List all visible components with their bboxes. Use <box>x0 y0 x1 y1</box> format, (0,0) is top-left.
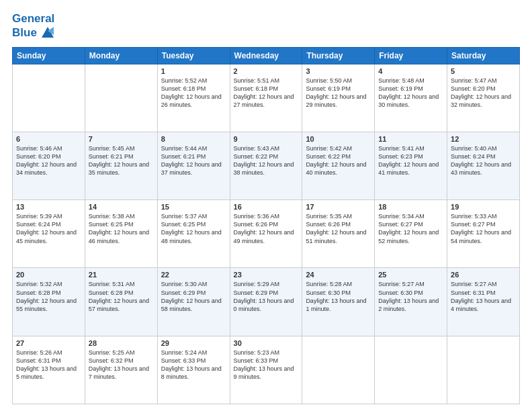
cell-info: Sunrise: 5:34 AM Sunset: 6:27 PM Dayligh… <box>378 212 443 245</box>
cell-info: Sunrise: 5:27 AM Sunset: 6:30 PM Dayligh… <box>378 280 443 313</box>
calendar-cell: 3Sunrise: 5:50 AM Sunset: 6:19 PM Daylig… <box>302 64 375 132</box>
calendar-cell: 8Sunrise: 5:44 AM Sunset: 6:21 PM Daylig… <box>157 132 230 199</box>
cell-info: Sunrise: 5:50 AM Sunset: 6:19 PM Dayligh… <box>306 77 371 109</box>
calendar-cell: 18Sunrise: 5:34 AM Sunset: 6:27 PM Dayli… <box>375 200 447 268</box>
calendar-cell: 4Sunrise: 5:48 AM Sunset: 6:19 PM Daylig… <box>375 64 447 132</box>
cell-info: Sunrise: 5:41 AM Sunset: 6:23 PM Dayligh… <box>378 144 443 177</box>
logo-icon <box>39 26 56 40</box>
calendar-cell <box>375 336 447 404</box>
day-number: 29 <box>161 339 226 347</box>
day-number: 21 <box>89 271 154 279</box>
cell-info: Sunrise: 5:37 AM Sunset: 6:25 PM Dayligh… <box>161 212 226 245</box>
calendar-table: Sunday Monday Tuesday Wednesday Thursday… <box>12 47 520 404</box>
day-number: 27 <box>16 339 81 347</box>
cell-info: Sunrise: 5:25 AM Sunset: 6:32 PM Dayligh… <box>89 349 154 381</box>
col-thursday: Thursday <box>302 47 375 64</box>
day-number: 24 <box>306 271 371 279</box>
day-number: 30 <box>234 339 299 347</box>
day-number: 14 <box>89 203 154 211</box>
calendar-cell: 23Sunrise: 5:29 AM Sunset: 6:29 PM Dayli… <box>230 268 302 336</box>
day-number: 11 <box>378 135 443 143</box>
header: General Blue <box>12 12 520 40</box>
logo-text-blue: Blue <box>12 26 37 40</box>
day-number: 19 <box>451 203 516 211</box>
col-friday: Friday <box>375 47 447 64</box>
day-number: 22 <box>161 271 226 279</box>
col-wednesday: Wednesday <box>230 47 302 64</box>
cell-info: Sunrise: 5:27 AM Sunset: 6:31 PM Dayligh… <box>451 280 516 313</box>
calendar-cell: 10Sunrise: 5:42 AM Sunset: 6:22 PM Dayli… <box>302 132 375 199</box>
day-number: 7 <box>89 135 154 143</box>
calendar-cell: 25Sunrise: 5:27 AM Sunset: 6:30 PM Dayli… <box>375 268 447 336</box>
calendar-cell <box>85 64 157 132</box>
cell-info: Sunrise: 5:38 AM Sunset: 6:25 PM Dayligh… <box>89 212 154 245</box>
calendar-cell <box>13 64 85 132</box>
cell-info: Sunrise: 5:52 AM Sunset: 6:18 PM Dayligh… <box>161 77 226 109</box>
page: General Blue Sunday Monday Tuesday <box>0 0 532 411</box>
cell-info: Sunrise: 5:23 AM Sunset: 6:33 PM Dayligh… <box>234 349 299 381</box>
col-monday: Monday <box>85 47 157 64</box>
calendar-week-4: 27Sunrise: 5:26 AM Sunset: 6:31 PM Dayli… <box>13 336 520 404</box>
day-number: 4 <box>378 67 443 75</box>
calendar-cell <box>447 336 520 404</box>
calendar-cell: 29Sunrise: 5:24 AM Sunset: 6:33 PM Dayli… <box>157 336 230 404</box>
col-sunday: Sunday <box>13 47 85 64</box>
day-number: 28 <box>89 339 154 347</box>
cell-info: Sunrise: 5:48 AM Sunset: 6:19 PM Dayligh… <box>378 77 443 109</box>
calendar-cell: 17Sunrise: 5:35 AM Sunset: 6:26 PM Dayli… <box>302 200 375 268</box>
day-number: 26 <box>451 271 516 279</box>
calendar-cell: 20Sunrise: 5:32 AM Sunset: 6:28 PM Dayli… <box>13 268 85 336</box>
cell-info: Sunrise: 5:35 AM Sunset: 6:26 PM Dayligh… <box>306 212 371 245</box>
day-number: 23 <box>234 271 299 279</box>
day-number: 16 <box>234 203 299 211</box>
day-number: 20 <box>16 271 81 279</box>
cell-info: Sunrise: 5:29 AM Sunset: 6:29 PM Dayligh… <box>234 280 299 313</box>
calendar-cell: 9Sunrise: 5:43 AM Sunset: 6:22 PM Daylig… <box>230 132 302 199</box>
cell-info: Sunrise: 5:45 AM Sunset: 6:21 PM Dayligh… <box>89 144 154 177</box>
cell-info: Sunrise: 5:44 AM Sunset: 6:21 PM Dayligh… <box>161 144 226 177</box>
calendar-cell: 7Sunrise: 5:45 AM Sunset: 6:21 PM Daylig… <box>85 132 157 199</box>
day-number: 15 <box>161 203 226 211</box>
cell-info: Sunrise: 5:28 AM Sunset: 6:30 PM Dayligh… <box>306 280 371 313</box>
cell-info: Sunrise: 5:31 AM Sunset: 6:28 PM Dayligh… <box>89 280 154 313</box>
day-number: 17 <box>306 203 371 211</box>
calendar-cell: 16Sunrise: 5:36 AM Sunset: 6:26 PM Dayli… <box>230 200 302 268</box>
calendar-cell: 28Sunrise: 5:25 AM Sunset: 6:32 PM Dayli… <box>85 336 157 404</box>
calendar-cell: 24Sunrise: 5:28 AM Sunset: 6:30 PM Dayli… <box>302 268 375 336</box>
calendar-cell: 12Sunrise: 5:40 AM Sunset: 6:24 PM Dayli… <box>447 132 520 199</box>
cell-info: Sunrise: 5:30 AM Sunset: 6:29 PM Dayligh… <box>161 280 226 313</box>
cell-info: Sunrise: 5:32 AM Sunset: 6:28 PM Dayligh… <box>16 280 81 313</box>
calendar-cell: 19Sunrise: 5:33 AM Sunset: 6:27 PM Dayli… <box>447 200 520 268</box>
day-number: 8 <box>161 135 226 143</box>
day-number: 2 <box>234 67 299 75</box>
cell-info: Sunrise: 5:36 AM Sunset: 6:26 PM Dayligh… <box>234 212 299 245</box>
day-number: 18 <box>378 203 443 211</box>
cell-info: Sunrise: 5:46 AM Sunset: 6:20 PM Dayligh… <box>16 144 81 177</box>
day-number: 10 <box>306 135 371 143</box>
cell-info: Sunrise: 5:39 AM Sunset: 6:24 PM Dayligh… <box>16 212 81 245</box>
logo-text-general: General <box>12 12 54 25</box>
calendar-cell: 5Sunrise: 5:47 AM Sunset: 6:20 PM Daylig… <box>447 64 520 132</box>
col-tuesday: Tuesday <box>157 47 230 64</box>
day-number: 12 <box>451 135 516 143</box>
day-number: 3 <box>306 67 371 75</box>
calendar-cell: 15Sunrise: 5:37 AM Sunset: 6:25 PM Dayli… <box>157 200 230 268</box>
day-number: 9 <box>234 135 299 143</box>
calendar-cell: 26Sunrise: 5:27 AM Sunset: 6:31 PM Dayli… <box>447 268 520 336</box>
day-number: 25 <box>378 271 443 279</box>
day-number: 5 <box>451 67 516 75</box>
calendar-cell: 22Sunrise: 5:30 AM Sunset: 6:29 PM Dayli… <box>157 268 230 336</box>
calendar-cell: 1Sunrise: 5:52 AM Sunset: 6:18 PM Daylig… <box>157 64 230 132</box>
calendar-week-0: 1Sunrise: 5:52 AM Sunset: 6:18 PM Daylig… <box>13 64 520 132</box>
calendar-cell: 30Sunrise: 5:23 AM Sunset: 6:33 PM Dayli… <box>230 336 302 404</box>
calendar-week-3: 20Sunrise: 5:32 AM Sunset: 6:28 PM Dayli… <box>13 268 520 336</box>
col-saturday: Saturday <box>447 47 520 64</box>
calendar-cell: 21Sunrise: 5:31 AM Sunset: 6:28 PM Dayli… <box>85 268 157 336</box>
logo: General Blue <box>12 12 56 40</box>
cell-info: Sunrise: 5:47 AM Sunset: 6:20 PM Dayligh… <box>451 77 516 109</box>
calendar-cell: 2Sunrise: 5:51 AM Sunset: 6:18 PM Daylig… <box>230 64 302 132</box>
calendar-cell: 13Sunrise: 5:39 AM Sunset: 6:24 PM Dayli… <box>13 200 85 268</box>
calendar-cell: 6Sunrise: 5:46 AM Sunset: 6:20 PM Daylig… <box>13 132 85 199</box>
day-number: 6 <box>16 135 81 143</box>
cell-info: Sunrise: 5:42 AM Sunset: 6:22 PM Dayligh… <box>306 144 371 177</box>
